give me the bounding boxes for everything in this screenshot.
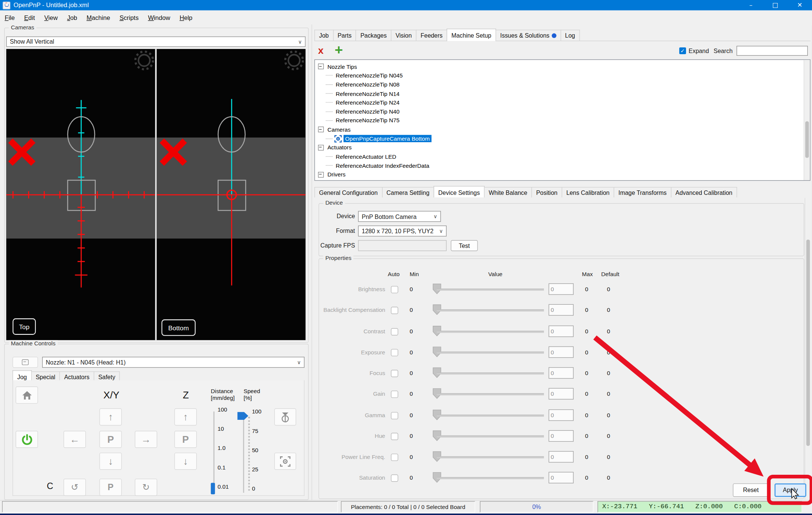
tab-packages[interactable]: Packages bbox=[356, 30, 391, 41]
auto-checkbox[interactable] bbox=[391, 474, 398, 482]
tree-scrollbar[interactable] bbox=[804, 60, 810, 180]
rotate-cw-button[interactable]: ↻ bbox=[135, 479, 158, 496]
config-scrollbar[interactable] bbox=[805, 198, 811, 500]
value-input[interactable]: 0 bbox=[548, 283, 573, 295]
auto-checkbox[interactable] bbox=[391, 390, 398, 398]
tab-parts[interactable]: Parts bbox=[333, 30, 356, 41]
tree-scrollbar-thumb[interactable] bbox=[805, 122, 809, 158]
tree-item-drivers[interactable]: Drivers bbox=[315, 170, 810, 179]
camera-view-selector[interactable]: Show All Vertical ∨ bbox=[6, 36, 306, 47]
test-button[interactable]: Test bbox=[451, 240, 478, 251]
tree-expander-icon[interactable] bbox=[318, 64, 324, 69]
light-toggle-icon[interactable] bbox=[135, 52, 153, 69]
tab-white-balance[interactable]: White Balance bbox=[484, 187, 532, 198]
tree-item-referenceactuator-led[interactable]: ReferenceActuator LED bbox=[315, 152, 810, 161]
tab-machine-setup[interactable]: Machine Setup bbox=[447, 29, 496, 41]
tab-feeders[interactable]: Feeders bbox=[416, 30, 447, 41]
jog-x-minus-button[interactable]: ← bbox=[64, 431, 86, 448]
tree-expander-icon[interactable] bbox=[318, 127, 324, 132]
tab-job[interactable]: Job bbox=[314, 30, 333, 41]
slider-track[interactable] bbox=[437, 372, 544, 375]
slider-track[interactable] bbox=[437, 393, 544, 395]
home-button[interactable] bbox=[16, 386, 38, 404]
position-tool-button[interactable] bbox=[274, 409, 296, 426]
jog-z-plus-button[interactable]: ↑ bbox=[174, 409, 197, 426]
menu-edit[interactable]: Edit bbox=[20, 12, 40, 23]
jog-y-minus-button[interactable]: ↓ bbox=[99, 453, 122, 470]
minimize-button[interactable]: – bbox=[739, 0, 763, 11]
search-input[interactable] bbox=[736, 46, 808, 56]
apply-button[interactable]: Apply bbox=[774, 483, 806, 497]
slider-track[interactable] bbox=[437, 309, 544, 311]
menu-machine[interactable]: Machine bbox=[82, 12, 115, 23]
tree-item-nozzle-tips[interactable]: Nozzle Tips bbox=[315, 62, 810, 71]
camera-feed-top[interactable]: Top bbox=[6, 49, 155, 340]
tab-vision[interactable]: Vision bbox=[391, 30, 417, 41]
tree-item-referencenozzletip-n045[interactable]: ReferenceNozzleTip N045 bbox=[315, 71, 810, 80]
value-input[interactable]: 0 bbox=[548, 430, 573, 442]
tree-item-referencenozzletip-n24[interactable]: ReferenceNozzleTip N24 bbox=[315, 98, 810, 107]
menu-window[interactable]: Window bbox=[143, 12, 175, 23]
tree-item-referencenozzletip-n75[interactable]: ReferenceNozzleTip N75 bbox=[315, 116, 810, 125]
capture-fps-input[interactable] bbox=[358, 240, 447, 251]
auto-checkbox[interactable] bbox=[391, 370, 398, 377]
tree-expander-icon[interactable] bbox=[318, 145, 324, 150]
power-button[interactable] bbox=[16, 431, 38, 448]
light-toggle-icon[interactable] bbox=[285, 52, 303, 69]
auto-checkbox[interactable] bbox=[391, 349, 398, 356]
device-selector[interactable]: PnP Bottom Camera ∨ bbox=[358, 211, 441, 222]
format-selector[interactable]: 1280 x 720, 10 FPS, YUY2 ∨ bbox=[358, 226, 447, 237]
delete-node-button[interactable]: x bbox=[318, 45, 324, 56]
value-input[interactable]: 0 bbox=[548, 325, 573, 337]
add-node-button[interactable]: + bbox=[335, 42, 343, 58]
auto-checkbox[interactable] bbox=[391, 328, 398, 335]
value-input[interactable]: 0 bbox=[548, 367, 573, 378]
tab-advanced-calibration[interactable]: Advanced Calibration bbox=[671, 187, 737, 198]
slider-track[interactable] bbox=[437, 436, 544, 438]
tree-item-actuators[interactable]: Actuators bbox=[315, 143, 810, 152]
slider-track[interactable] bbox=[437, 456, 544, 459]
collapse-controls-button[interactable] bbox=[12, 357, 38, 368]
value-input[interactable]: 0 bbox=[548, 388, 573, 400]
tab-general-configuration[interactable]: General Configuration bbox=[314, 187, 382, 198]
jog-z-minus-button[interactable]: ↓ bbox=[174, 453, 197, 470]
auto-checkbox[interactable] bbox=[391, 307, 398, 314]
value-input[interactable]: 0 bbox=[548, 304, 573, 316]
auto-checkbox[interactable] bbox=[391, 412, 398, 419]
slider-track[interactable] bbox=[437, 331, 544, 333]
tab-device-settings[interactable]: Device Settings bbox=[433, 186, 485, 198]
menu-view[interactable]: View bbox=[39, 12, 62, 23]
tab-image-transforms[interactable]: Image Transforms bbox=[614, 187, 671, 198]
config-scrollbar-thumb[interactable] bbox=[806, 240, 810, 446]
camera-feed-bottom[interactable]: Bottom bbox=[157, 49, 306, 340]
tree-item-referencenozzletip-n40[interactable]: ReferenceNozzleTip N40 bbox=[315, 107, 810, 116]
auto-checkbox[interactable] bbox=[391, 454, 398, 461]
park-xy-button[interactable]: P bbox=[99, 431, 122, 448]
menu-help[interactable]: Help bbox=[175, 12, 197, 23]
speed-slider-thumb[interactable] bbox=[237, 412, 248, 421]
tree-item-referencenozzletip-n08[interactable]: ReferenceNozzleTip N08 bbox=[315, 80, 810, 89]
expand-checkbox[interactable]: ✓ bbox=[679, 47, 686, 54]
distance-slider-track[interactable] bbox=[214, 412, 215, 494]
value-input[interactable]: 0 bbox=[548, 346, 573, 358]
tab-issues-solutions[interactable]: Issues & Solutions bbox=[495, 30, 561, 41]
tab-log[interactable]: Log bbox=[561, 30, 580, 41]
park-c-button[interactable]: P bbox=[99, 479, 122, 496]
auto-checkbox[interactable] bbox=[391, 286, 398, 293]
reset-button[interactable]: Reset bbox=[733, 483, 769, 497]
tab-lens-calibration[interactable]: Lens Calibration bbox=[562, 187, 614, 198]
speed-slider-track[interactable] bbox=[243, 415, 244, 493]
nozzle-selector[interactable]: Nozzle: N1 - N045 (Head: H1) ∨ bbox=[42, 357, 304, 368]
position-camera-button[interactable] bbox=[274, 453, 296, 470]
distance-slider-thumb[interactable] bbox=[211, 483, 215, 494]
jog-x-plus-button[interactable]: → bbox=[135, 431, 158, 448]
tab-camera-settling[interactable]: Camera Settling bbox=[382, 187, 434, 198]
auto-checkbox[interactable] bbox=[391, 433, 398, 440]
close-button[interactable]: ✕ bbox=[788, 0, 812, 11]
park-z-button[interactable]: P bbox=[174, 431, 197, 448]
slider-track[interactable] bbox=[437, 289, 544, 291]
menu-job[interactable]: Job bbox=[62, 12, 82, 23]
tree-item-referencenozzletip-n14[interactable]: ReferenceNozzleTip N14 bbox=[315, 89, 810, 98]
tree-item-openpnpcapturecamera-bottom[interactable]: OpenPnpCaptureCamera Bottom bbox=[315, 134, 810, 143]
tab-position[interactable]: Position bbox=[532, 187, 562, 198]
